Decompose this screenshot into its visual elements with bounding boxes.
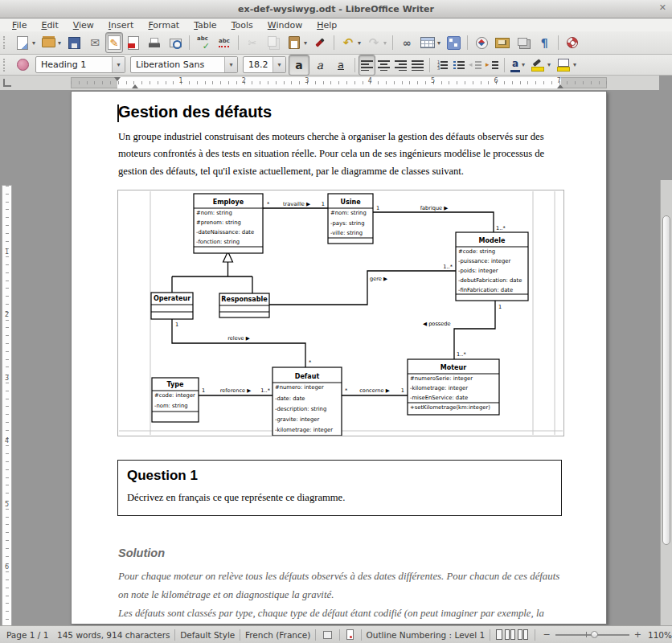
indent-button[interactable] <box>484 55 501 76</box>
menu-table[interactable]: Table <box>186 20 223 31</box>
vertical-scrollbar[interactable] <box>660 180 672 625</box>
outline-level-field[interactable]: Outline Numbering : Level 1 <box>367 630 486 640</box>
first-line-indent-marker[interactable] <box>114 77 121 81</box>
paste-button[interactable]: ▾ <box>284 32 309 53</box>
question-box[interactable]: Question 1 Décrivez en français ce que r… <box>117 460 562 516</box>
document-page[interactable]: Gestion des défauts Un groupe industriel… <box>71 91 607 625</box>
chevron-down-icon[interactable]: ▾ <box>272 57 285 72</box>
underline-button[interactable]: a <box>330 55 351 76</box>
ruler-number: 1 <box>5 248 9 256</box>
vertical-ruler[interactable]: 12345678 <box>2 185 12 625</box>
toolbar-grip[interactable] <box>3 59 9 72</box>
book-view-button[interactable] <box>518 629 522 640</box>
align-right-button[interactable] <box>392 55 409 76</box>
single-page-view-button[interactable] <box>496 629 502 640</box>
chevron-down-icon[interactable]: ▾ <box>304 39 307 47</box>
chevron-down-icon[interactable]: ▾ <box>437 39 440 47</box>
tab-type-selector[interactable] <box>3 79 11 87</box>
list-bullet-button[interactable] <box>450 55 467 76</box>
help-button[interactable] <box>562 32 583 53</box>
align-left-button[interactable] <box>359 55 375 76</box>
solution-paragraph[interactable]: Pour chaque moteur on relève tous les dé… <box>118 567 565 604</box>
print-preview-button[interactable] <box>165 32 186 53</box>
zoom-level-field[interactable]: 110% <box>648 630 672 640</box>
svg-text:-ville: string: -ville: string <box>330 230 363 236</box>
close-button[interactable]: ✕ <box>659 2 666 13</box>
menu-insert[interactable]: Insert <box>101 20 141 31</box>
language-field[interactable]: French (France) <box>245 630 310 640</box>
menu-tools[interactable]: Tools <box>224 20 260 31</box>
menu-window[interactable]: Window <box>260 20 309 31</box>
solution-heading[interactable]: Solution <box>118 547 165 559</box>
menu-format[interactable]: Format <box>141 20 186 31</box>
draw-functions-button[interactable] <box>443 32 464 53</box>
zoom-out-button[interactable]: − <box>543 629 551 640</box>
chevron-down-icon[interactable]: ▾ <box>547 61 551 68</box>
ruler-number: 5 <box>431 77 435 84</box>
chevron-down-icon[interactable]: ▾ <box>58 39 61 47</box>
chevron-down-icon[interactable]: ▾ <box>522 61 525 68</box>
spelling-button[interactable] <box>193 32 214 53</box>
print-button[interactable] <box>144 32 165 53</box>
indent-icon <box>486 59 498 71</box>
selection-mode-icon[interactable] <box>323 631 332 639</box>
italic-button[interactable]: a <box>309 55 330 76</box>
menu-view[interactable]: View <box>66 20 101 31</box>
gallery-button[interactable] <box>492 32 513 53</box>
font-color-button[interactable]: a▾ <box>508 55 527 76</box>
zoom-in-button[interactable]: + <box>634 629 641 640</box>
email-button[interactable]: ✉ <box>84 32 105 53</box>
page-number-field[interactable]: Page 1 / 1 <box>6 630 57 640</box>
edit-mode-button[interactable]: ✎ <box>105 32 123 53</box>
navigator-button[interactable] <box>471 32 492 53</box>
page-style-field[interactable]: Default Style <box>180 630 235 640</box>
clone-formatting-button[interactable] <box>309 32 330 53</box>
auto-spellcheck-button[interactable] <box>214 32 235 53</box>
chevron-down-icon[interactable]: ▾ <box>358 39 361 47</box>
update-style-button[interactable] <box>12 55 33 76</box>
export-pdf-button[interactable] <box>123 32 144 53</box>
menu-edit[interactable]: Edit <box>34 20 65 31</box>
horizontal-ruler[interactable]: 1234567 <box>0 76 659 90</box>
bold-button[interactable]: a <box>289 55 309 76</box>
list-number-button[interactable] <box>433 55 450 76</box>
paragraph-style-combo[interactable]: Heading 1 ▾ <box>35 56 125 73</box>
menu-help[interactable]: Help <box>309 20 344 31</box>
gallery-icon <box>494 35 510 51</box>
undo-button[interactable]: ↶▾ <box>338 32 363 53</box>
zoom-slider-thumb[interactable] <box>591 631 598 638</box>
new-document-button[interactable]: ▾ <box>12 32 38 53</box>
uml-diagram-image[interactable]: *travaille ▶11fabrique ▶1..*gere ▶1..*1◀… <box>117 190 564 436</box>
question-title: Question 1 <box>127 468 198 484</box>
title-bar: ex-def-wysiwyg.odt - LibreOffice Writer … <box>0 0 672 18</box>
intro-paragraph[interactable]: Un groupe industriel construisant des mo… <box>118 129 565 180</box>
solution-paragraph[interactable]: Les défauts sont classés par type, chaqu… <box>118 604 565 625</box>
highlight-button[interactable]: ▾ <box>527 55 553 76</box>
align-center-button[interactable] <box>375 55 392 76</box>
chevron-down-icon[interactable]: ▾ <box>224 57 237 72</box>
open-button[interactable]: ▾ <box>38 32 64 53</box>
word-count-field[interactable]: 145 words, 914 characters <box>57 630 170 640</box>
font-size-combo[interactable]: 18.2 ▾ <box>243 56 286 73</box>
chevron-down-icon[interactable]: ▾ <box>573 61 576 68</box>
hyperlink-button[interactable]: ∞ <box>396 32 417 53</box>
document-heading[interactable]: Gestion des défauts <box>118 103 272 121</box>
scrollbar-thumb[interactable] <box>662 215 670 545</box>
chevron-down-icon[interactable]: ▾ <box>383 39 387 47</box>
save-button[interactable] <box>64 32 84 53</box>
zoom-slider[interactable]: − + <box>543 629 641 640</box>
data-sources-button[interactable] <box>513 32 534 53</box>
chevron-down-icon[interactable]: ▾ <box>32 39 35 47</box>
bg-color-button[interactable]: ▾ <box>553 55 579 76</box>
toolbar-grip[interactable] <box>3 36 9 49</box>
menu-file[interactable]: File <box>5 20 34 31</box>
document-modified-icon[interactable] <box>346 629 353 640</box>
right-indent-marker[interactable] <box>557 84 563 88</box>
justify-button[interactable] <box>409 55 426 76</box>
font-name-combo[interactable]: Liberation Sans ▾ <box>130 56 238 73</box>
chevron-down-icon[interactable]: ▾ <box>112 57 125 72</box>
table-button[interactable]: ▾ <box>417 32 443 53</box>
formatting-marks-button[interactable]: ¶ <box>534 32 555 53</box>
left-indent-marker[interactable] <box>132 84 138 88</box>
multi-page-view-button[interactable] <box>505 629 510 640</box>
